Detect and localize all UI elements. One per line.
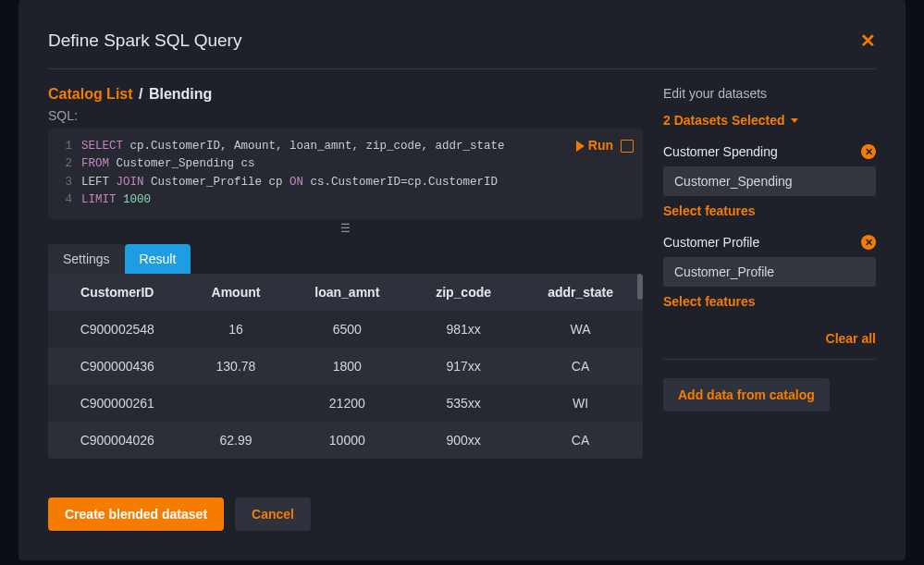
modal-title: Define Spark SQL Query [48,31,241,51]
sql-label: SQL: [48,108,643,123]
close-icon[interactable]: ✕ [860,30,876,52]
expand-icon[interactable] [621,140,634,153]
result-table: CustomerID Amount loan_amnt zip_code add… [48,274,643,459]
chevron-down-icon [791,118,798,123]
datasets-selected-label: 2 Datasets Selected [663,113,785,128]
breadcrumb: Catalog List / Blending [48,86,643,103]
col-header[interactable]: loan_amnt [285,274,409,311]
line-number: 2 [48,155,72,173]
cell: WA [518,311,643,348]
line-number: 1 [48,138,72,155]
cell: 1800 [285,348,409,385]
scrollbar-thumb[interactable] [637,274,643,300]
datasets-selected-toggle[interactable]: 2 Datasets Selected [663,113,798,128]
cell: C900002548 [48,311,186,348]
result-table-wrap: CustomerID Amount loan_amnt zip_code add… [48,274,643,459]
code-text: cs.CustomerID=cp.CustomerID [303,176,498,189]
table-row[interactable]: C900004026 62.99 10000 900xx CA [48,422,643,459]
run-label: Run [588,136,613,156]
create-blended-dataset-button[interactable]: Create blended dataset [48,497,224,531]
edit-datasets-label: Edit your datasets [663,86,876,101]
code-text: cp.CustomerID, Amount, loan_amnt, zip_co… [123,140,505,153]
editor-toolbar: Run [576,136,634,156]
col-header[interactable]: CustomerID [48,274,186,311]
keyword-from: FROM [81,157,109,170]
table-row[interactable]: C900000261 21200 535xx WI [48,385,643,422]
cell: 21200 [285,385,409,422]
select-features-link[interactable]: Select features [663,203,876,218]
cell [186,385,285,422]
modal-header: Define Spark SQL Query ✕ [48,30,876,69]
breadcrumb-current: Blending [149,86,212,102]
dataset-block: Customer Profile ✕ Customer_Profile Sele… [663,235,876,309]
select-features-link[interactable]: Select features [663,294,876,309]
body-columns: Catalog List / Blending SQL: 1 2 3 4 SEL… [48,86,876,531]
col-header[interactable]: Amount [186,274,285,311]
editor-gutter: 1 2 3 4 [48,138,81,210]
define-query-modal: Define Spark SQL Query ✕ Catalog List / … [18,0,906,560]
tab-bar: Settings Result [48,244,643,274]
cell: 130.78 [186,348,285,385]
table-body: C900002548 16 6500 981xx WA C900000436 1… [48,311,643,459]
breadcrumb-root[interactable]: Catalog List [48,86,133,102]
cell: CA [518,348,643,385]
cell: 900xx [409,422,518,459]
cell: 16 [186,311,285,348]
tab-settings[interactable]: Settings [48,244,125,274]
cell: CA [518,422,643,459]
keyword-limit: LIMIT [81,193,117,206]
keyword-select: SELECT [81,140,123,153]
dataset-chip[interactable]: Customer_Spending [663,166,876,196]
left-column: Catalog List / Blending SQL: 1 2 3 4 SEL… [48,86,643,531]
right-column: Edit your datasets 2 Datasets Selected C… [663,86,876,531]
clear-all-link[interactable]: Clear all [663,325,876,360]
col-header[interactable]: addr_state [518,274,643,311]
table-row[interactable]: C900002548 16 6500 981xx WA [48,311,643,348]
code-text: Customer_Spending cs [109,157,255,170]
dataset-block: Customer Spending ✕ Customer_Spending Se… [663,144,876,218]
dataset-chip[interactable]: Customer_Profile [663,257,876,287]
table-row[interactable]: C900000436 130.78 1800 917xx CA [48,348,643,385]
dataset-title: Customer Spending [663,144,778,159]
add-data-from-catalog-button[interactable]: Add data from catalog [663,378,830,411]
play-icon [576,141,585,152]
col-header[interactable]: zip_code [409,274,518,311]
cell: 535xx [409,385,518,422]
sql-editor[interactable]: 1 2 3 4 SELECT cp.CustomerID, Amount, lo… [48,129,643,219]
resize-handle-icon[interactable]: ☰ [48,219,643,244]
cell: 6500 [285,311,409,348]
cell: 917xx [409,348,518,385]
cancel-button[interactable]: Cancel [235,497,311,531]
editor-code[interactable]: SELECT cp.CustomerID, Amount, loan_amnt,… [81,138,643,210]
code-text: LEFT [81,176,117,189]
line-number: 4 [48,191,72,209]
footer-actions: Create blended dataset Cancel [48,497,643,531]
cell: 981xx [409,311,518,348]
line-number: 3 [48,174,72,191]
run-button[interactable]: Run [576,136,613,156]
remove-dataset-icon[interactable]: ✕ [861,235,876,250]
code-literal: 1000 [117,193,152,206]
keyword-on: ON [290,176,303,189]
cell: C900000436 [48,348,186,385]
breadcrumb-separator: / [137,86,144,102]
code-text: Customer_Profile cp [144,176,290,189]
cell: C900000261 [48,385,186,422]
keyword-join: JOIN [117,176,144,189]
tab-result[interactable]: Result [125,244,191,274]
cell: 62.99 [186,422,285,459]
dataset-title: Customer Profile [663,235,759,250]
cell: C900004026 [48,422,186,459]
cell: WI [518,385,643,422]
table-header: CustomerID Amount loan_amnt zip_code add… [48,274,643,311]
remove-dataset-icon[interactable]: ✕ [861,144,876,159]
cell: 10000 [285,422,409,459]
